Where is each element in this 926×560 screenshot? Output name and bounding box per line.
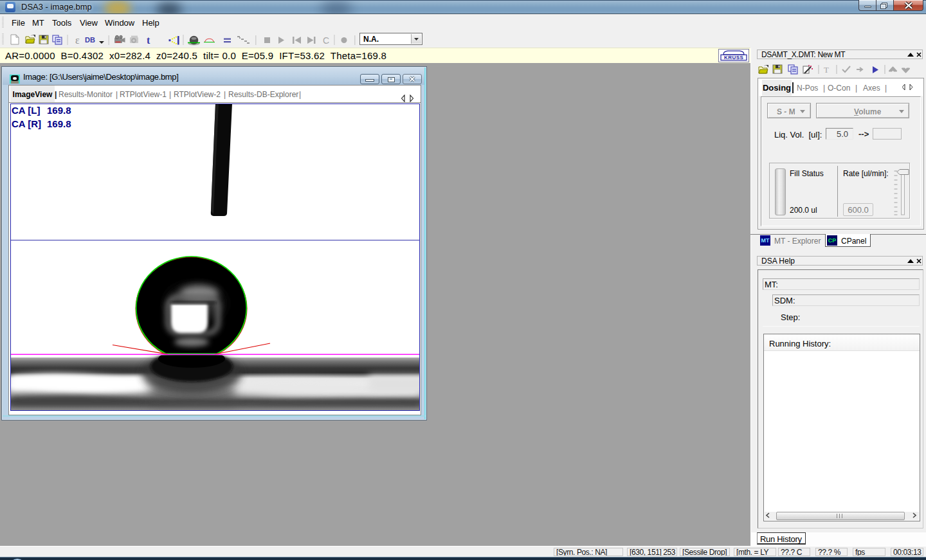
svg-text:169.8: 169.8	[47, 105, 71, 116]
svg-text:CA [R]: CA [R]	[12, 118, 41, 129]
svg-text:CA [L]: CA [L]	[12, 105, 40, 116]
svg-text:C: C	[323, 35, 329, 46]
svg-text:T: T	[824, 65, 829, 75]
svg-text:KRÜSS: KRÜSS	[724, 55, 744, 60]
svg-text:169.8: 169.8	[47, 118, 71, 129]
svg-text:ε: ε	[75, 35, 80, 46]
svg-text:t: t	[147, 35, 150, 46]
svg-text:DB: DB	[85, 36, 95, 44]
